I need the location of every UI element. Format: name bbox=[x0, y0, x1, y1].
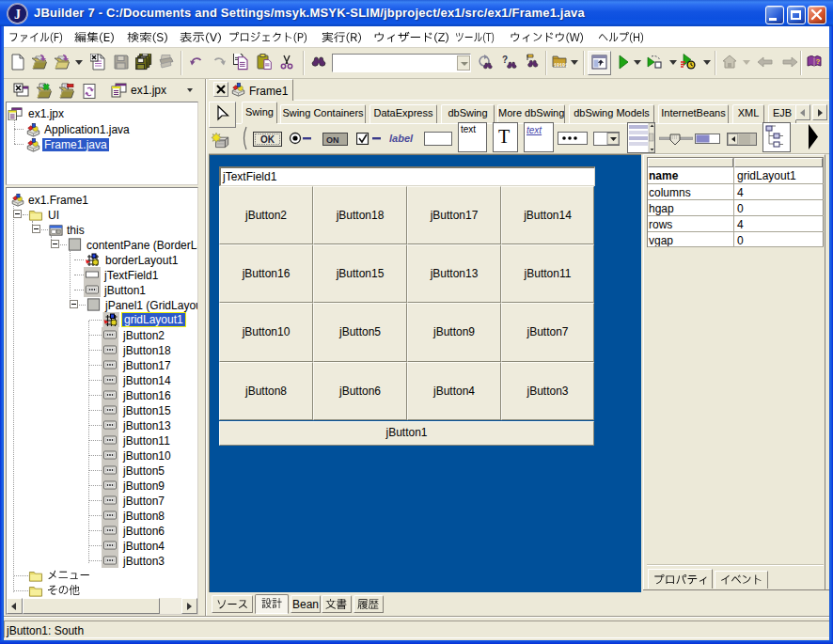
svg-text:text: text bbox=[461, 124, 476, 134]
svg-text:?: ? bbox=[816, 57, 821, 66]
svg-text:OK: OK bbox=[260, 134, 275, 145]
svg-text:text: text bbox=[527, 125, 542, 135]
svg-text:T: T bbox=[498, 126, 510, 147]
svg-text:ON: ON bbox=[326, 135, 339, 145]
svg-text:J: J bbox=[14, 8, 21, 22]
svg-text:label: label bbox=[389, 133, 414, 144]
svg-text:?: ? bbox=[502, 55, 508, 65]
svg-text:10101: 10101 bbox=[554, 63, 568, 69]
